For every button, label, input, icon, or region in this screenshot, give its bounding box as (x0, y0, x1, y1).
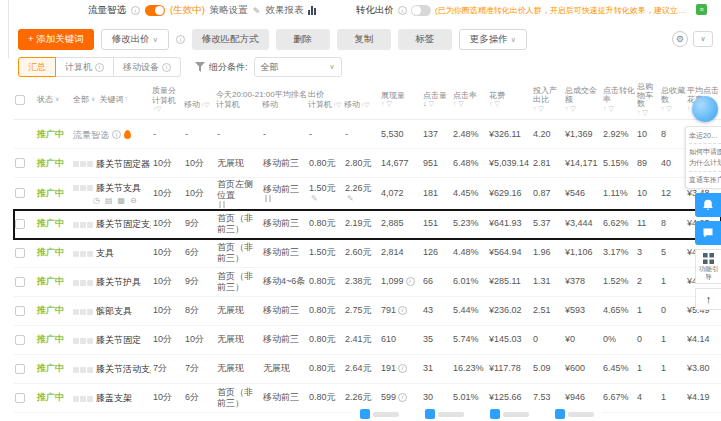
notification-bell-icon[interactable] (695, 193, 721, 217)
info-icon[interactable]: i (398, 364, 407, 373)
bid-mobile-header[interactable]: 移动↑▽ (344, 100, 380, 109)
status-column-header[interactable]: 状态∨ (36, 93, 72, 106)
modify-bid-dropdown[interactable]: 修改出价∨ (101, 29, 169, 50)
carts-cell: 1 (636, 362, 660, 375)
table-row[interactable]: 推广中 膝关节护具 i ◷▤▦⊖ 10分 9分 首页（非前三） 移动4~6条 0… (14, 268, 721, 297)
tag-button[interactable]: 标签 (398, 29, 452, 50)
quality-score-mobile-header[interactable]: 移动↑▽ (184, 96, 216, 113)
bid-pc-header[interactable]: 计算机↑▽ (308, 100, 344, 109)
add-keyword-button[interactable]: + 添加关键词 (18, 29, 94, 50)
row-checkbox[interactable] (15, 364, 25, 374)
settings-gear-icon[interactable]: ⚙ (672, 31, 688, 47)
tab-summary[interactable]: 汇总 (18, 57, 56, 77)
roi-cell: 2.81 (532, 157, 564, 170)
flow-select-toggle[interactable] (145, 5, 165, 16)
assistant-avatar[interactable] (692, 96, 718, 122)
table-row[interactable]: 推广中 膝关节固定 i ◷▤▦⊖ 10分 10分 无展现 移动前三 0.80元✎… (14, 326, 721, 355)
info-icon[interactable]: i (131, 6, 140, 15)
edit-pencil-icon[interactable]: ✎ (253, 6, 261, 16)
edit-pencil-icon[interactable]: ✎ (347, 194, 354, 204)
promo-list-icon[interactable]: ≡ (696, 4, 707, 15)
table-row[interactable]: 推广中 膝关节活动支具 i ◷▤▦⊖ 7分 7分 无展现 无展现 0.80元✎ … (14, 355, 721, 384)
metric-header-ctr[interactable]: 点击率↑▽ (452, 90, 488, 110)
keyword-flag-icons (73, 367, 93, 373)
shortcut-icon (555, 409, 565, 419)
table-row[interactable]: 推广中 膝关节固定器 i ◷▤▦⊖ 10分 10分 无展现 移动前三 0.80元… (14, 149, 721, 178)
carts-cell: 89 (636, 157, 660, 170)
metric-header-clicks[interactable]: 点击量↓▽ (422, 90, 452, 110)
row-checkbox[interactable] (15, 393, 25, 403)
help-link[interactable]: 直通车推广计划… (689, 174, 721, 185)
table-row[interactable]: 推广中 膝关节固定支具 i ◷▤▦⊖ 10分 9分 首页（非前三） 移动前三 0… (14, 210, 721, 239)
rank-trend-icon[interactable] (219, 201, 227, 208)
select-all-checkbox[interactable] (15, 95, 25, 105)
shortcut-item[interactable] (490, 409, 529, 419)
metric-header-cost[interactable]: 花费↑▽ (488, 90, 532, 110)
bar-chart-icon[interactable] (308, 6, 316, 15)
row-checkbox[interactable] (15, 277, 25, 287)
shortcut-item[interactable] (555, 409, 594, 419)
delete-button[interactable]: 删除 (276, 29, 330, 50)
shortcut-item[interactable] (360, 409, 399, 419)
rank-pc-header[interactable]: 计算机 (216, 100, 262, 109)
condition-select[interactable]: 全部∨ (254, 57, 342, 77)
row-checkbox[interactable] (15, 158, 25, 168)
table-row[interactable]: 推广中 支具 i ◷▤▦⊖ 10分 6分 首页（非前三） 移动前三 1.50元✎… (14, 239, 721, 268)
rank-pc-cell: - (216, 128, 262, 141)
help-link[interactable]: 幸运20… (689, 130, 721, 141)
row-checkbox[interactable] (15, 219, 25, 229)
copy-button[interactable]: 复制 (337, 29, 391, 50)
keyword-action-icons[interactable]: ◷▤▦⊖ (93, 196, 151, 206)
metric-header-cvr[interactable]: 点击转化率↑▽ (602, 85, 636, 114)
modify-match-button[interactable]: 修改匹配方式 (192, 29, 269, 50)
info-icon[interactable]: i (406, 277, 415, 286)
info-icon[interactable]: i (398, 6, 407, 15)
back-to-top-icon[interactable]: ↑ (695, 288, 721, 310)
row-checkbox[interactable] (15, 248, 25, 258)
cpc-cell: ¥4.14 (686, 333, 720, 346)
collapse-chevron-icon[interactable]: ∨ (693, 31, 713, 47)
quality-score-pc-cell: 7分 (152, 362, 184, 375)
quality-score-pc-header[interactable]: 计算机↑▽ (152, 96, 184, 113)
metric-header-revenue[interactable]: 总成交金额↑▽ (564, 85, 602, 114)
metric-header-favorites[interactable]: 总收藏数↑▽ (660, 85, 686, 114)
info-icon[interactable]: i (112, 130, 121, 139)
keyword-column-header[interactable]: 全部∨关键词↑ (72, 93, 152, 106)
info-icon[interactable]: i (398, 393, 407, 402)
table-row[interactable]: 推广中 流量智选 i ◷▤▦⊖ - - - - -✎ -✎ 5,530i 137… (14, 120, 721, 149)
chat-icon[interactable] (695, 221, 721, 245)
table-row[interactable]: 推广中 膝关节支具 i ◷▤▦⊖ 10分 10分 首页左侧位置 移动前三 1.5… (14, 178, 721, 210)
strategy-settings-link[interactable]: 策略设置 (210, 4, 248, 17)
more-actions-dropdown[interactable]: 更多操作∨ (459, 29, 527, 50)
metric-header-roi[interactable]: 投入产出比↑▽ (532, 85, 564, 114)
info-icon[interactable]: i (398, 306, 407, 315)
flow-select-status: (生效中) (170, 4, 205, 17)
conversion-bid-toggle[interactable] (411, 5, 431, 16)
report-link[interactable]: 效果报表 (265, 4, 303, 17)
revenue-cell: ¥600 (564, 362, 602, 375)
edit-pencil-icon[interactable]: ✎ (311, 194, 318, 204)
metric-header-carts[interactable]: 总购物车数↑▽ (636, 81, 660, 118)
metric-header-impressions[interactable]: 展现量↑▽ (380, 90, 422, 110)
ctr-cell: 5.01% (452, 391, 488, 404)
carts-cell: 10 (636, 128, 660, 141)
help-link[interactable]: 如何申请图片切换 (689, 146, 721, 157)
keyword-label: 膝关节固定支具 (96, 219, 151, 230)
row-checkbox[interactable] (15, 306, 25, 316)
filter-icon: ▽ (667, 105, 672, 112)
flow-select-label: 流量智选 (88, 4, 126, 17)
rank-trend-icon[interactable] (265, 195, 273, 202)
info-icon[interactable]: i (176, 35, 185, 44)
row-checkbox[interactable] (15, 335, 25, 345)
shortcut-item[interactable] (425, 409, 464, 419)
tab-mobile[interactable]: 移动设备i (113, 57, 181, 77)
rank-mobile-header[interactable]: 移动 (262, 100, 308, 109)
table-row[interactable]: 推广中 髌部支具 i ◷▤▦⊖ 10分 8分 无展现 移动前三 0.80元✎ 2… (14, 297, 721, 326)
keyword-flag-icons (73, 280, 93, 286)
cvr-cell: 3.17% (602, 246, 636, 259)
device-tabs: 汇总 计算机i 移动设备i (18, 57, 181, 77)
tab-computer[interactable]: 计算机i (55, 57, 114, 77)
help-link[interactable]: 为什么计划投放… (689, 157, 721, 168)
row-checkbox[interactable] (15, 188, 25, 198)
feature-guide-button[interactable]: 功能引导 (695, 249, 721, 285)
